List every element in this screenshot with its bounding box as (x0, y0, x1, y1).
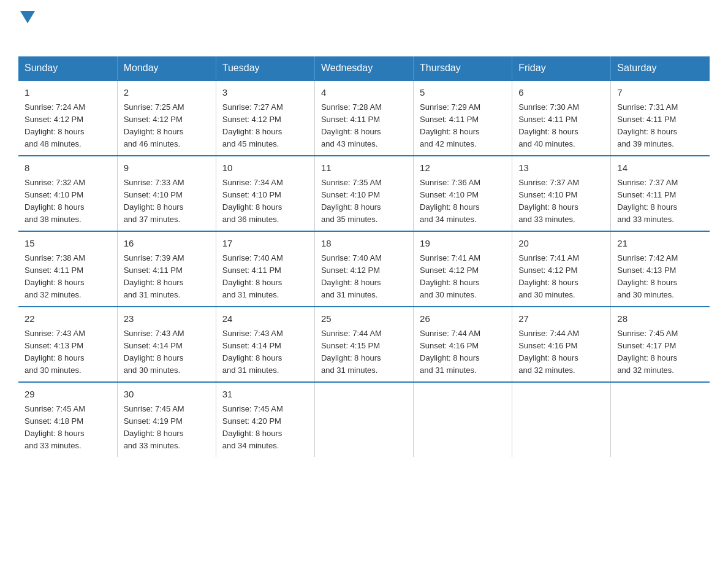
day-number: 28 (617, 312, 703, 326)
calendar-week-row: 22Sunrise: 7:43 AMSunset: 4:13 PMDayligh… (18, 307, 710, 382)
calendar-cell: 30Sunrise: 7:45 AMSunset: 4:19 PMDayligh… (117, 382, 216, 457)
day-info: Sunrise: 7:39 AMSunset: 4:11 PMDaylight:… (124, 252, 210, 302)
day-number: 26 (420, 312, 506, 326)
day-number: 16 (124, 237, 210, 251)
calendar-cell (414, 382, 512, 457)
day-info: Sunrise: 7:45 AMSunset: 4:17 PMDaylight:… (617, 327, 703, 377)
day-info: Sunrise: 7:37 AMSunset: 4:10 PMDaylight:… (518, 177, 604, 226)
day-info: Sunrise: 7:32 AMSunset: 4:10 PMDaylight:… (25, 177, 111, 226)
calendar-cell (314, 382, 413, 457)
column-header-wednesday: Wednesday (314, 56, 413, 80)
calendar-cell: 17Sunrise: 7:40 AMSunset: 4:11 PMDayligh… (216, 231, 314, 307)
day-number: 29 (25, 388, 111, 402)
day-info: Sunrise: 7:43 AMSunset: 4:13 PMDaylight:… (25, 327, 111, 377)
calendar-cell: 24Sunrise: 7:43 AMSunset: 4:14 PMDayligh… (216, 307, 314, 382)
day-number: 10 (222, 161, 308, 175)
calendar-cell: 16Sunrise: 7:39 AMSunset: 4:11 PMDayligh… (117, 231, 216, 307)
calendar-cell: 27Sunrise: 7:44 AMSunset: 4:16 PMDayligh… (512, 307, 611, 382)
logo-triangle-icon (20, 11, 35, 23)
day-number: 22 (25, 312, 111, 326)
calendar-cell: 4Sunrise: 7:28 AMSunset: 4:11 PMDaylight… (314, 80, 413, 156)
calendar-cell: 28Sunrise: 7:45 AMSunset: 4:17 PMDayligh… (611, 307, 710, 382)
day-number: 13 (518, 161, 604, 175)
calendar-cell: 8Sunrise: 7:32 AMSunset: 4:10 PMDaylight… (18, 156, 117, 231)
day-number: 11 (321, 161, 407, 175)
day-info: Sunrise: 7:44 AMSunset: 4:16 PMDaylight:… (420, 327, 506, 377)
calendar-cell: 22Sunrise: 7:43 AMSunset: 4:13 PMDayligh… (18, 307, 117, 382)
day-number: 6 (518, 86, 604, 100)
day-number: 15 (25, 237, 111, 251)
calendar-table: SundayMondayTuesdayWednesdayThursdayFrid… (18, 56, 710, 457)
calendar-cell: 13Sunrise: 7:37 AMSunset: 4:10 PMDayligh… (512, 156, 611, 231)
calendar-cell: 18Sunrise: 7:40 AMSunset: 4:12 PMDayligh… (314, 231, 413, 307)
day-number: 19 (420, 237, 506, 251)
calendar-cell: 29Sunrise: 7:45 AMSunset: 4:18 PMDayligh… (18, 382, 117, 457)
day-info: Sunrise: 7:36 AMSunset: 4:10 PMDaylight:… (420, 177, 506, 226)
calendar-cell: 26Sunrise: 7:44 AMSunset: 4:16 PMDayligh… (414, 307, 512, 382)
day-info: Sunrise: 7:41 AMSunset: 4:12 PMDaylight:… (420, 252, 506, 302)
day-number: 30 (124, 388, 210, 402)
calendar-cell: 10Sunrise: 7:34 AMSunset: 4:10 PMDayligh… (216, 156, 314, 231)
day-number: 2 (124, 86, 210, 100)
day-number: 5 (420, 86, 506, 100)
day-info: Sunrise: 7:43 AMSunset: 4:14 PMDaylight:… (124, 327, 210, 377)
day-number: 3 (222, 86, 308, 100)
day-number: 23 (124, 312, 210, 326)
day-number: 27 (518, 312, 604, 326)
day-info: Sunrise: 7:45 AMSunset: 4:18 PMDaylight:… (25, 403, 111, 453)
day-info: Sunrise: 7:37 AMSunset: 4:11 PMDaylight:… (617, 177, 703, 226)
calendar-cell: 20Sunrise: 7:41 AMSunset: 4:12 PMDayligh… (512, 231, 611, 307)
day-number: 24 (222, 312, 308, 326)
calendar-cell: 2Sunrise: 7:25 AMSunset: 4:12 PMDaylight… (117, 80, 216, 156)
calendar-cell: 3Sunrise: 7:27 AMSunset: 4:12 PMDaylight… (216, 80, 314, 156)
day-info: Sunrise: 7:44 AMSunset: 4:16 PMDaylight:… (518, 327, 604, 377)
day-info: Sunrise: 7:29 AMSunset: 4:11 PMDaylight:… (420, 101, 506, 151)
day-number: 1 (25, 86, 111, 100)
day-number: 31 (222, 388, 308, 402)
day-number: 7 (617, 86, 703, 100)
day-number: 18 (321, 237, 407, 251)
day-number: 21 (617, 237, 703, 251)
day-number: 8 (25, 161, 111, 175)
calendar-week-row: 29Sunrise: 7:45 AMSunset: 4:18 PMDayligh… (18, 382, 710, 457)
calendar-cell: 25Sunrise: 7:44 AMSunset: 4:15 PMDayligh… (314, 307, 413, 382)
logo (18, 12, 35, 44)
day-info: Sunrise: 7:40 AMSunset: 4:12 PMDaylight:… (321, 252, 407, 302)
calendar-cell (512, 382, 611, 457)
calendar-cell: 11Sunrise: 7:35 AMSunset: 4:10 PMDayligh… (314, 156, 413, 231)
page-header (18, 12, 710, 44)
calendar-week-row: 8Sunrise: 7:32 AMSunset: 4:10 PMDaylight… (18, 156, 710, 231)
day-info: Sunrise: 7:40 AMSunset: 4:11 PMDaylight:… (222, 252, 308, 302)
day-info: Sunrise: 7:38 AMSunset: 4:11 PMDaylight:… (25, 252, 111, 302)
day-info: Sunrise: 7:35 AMSunset: 4:10 PMDaylight:… (321, 177, 407, 226)
calendar-cell: 31Sunrise: 7:45 AMSunset: 4:20 PMDayligh… (216, 382, 314, 457)
calendar-header-row: SundayMondayTuesdayWednesdayThursdayFrid… (18, 56, 710, 80)
day-info: Sunrise: 7:45 AMSunset: 4:20 PMDaylight:… (222, 403, 308, 453)
day-info: Sunrise: 7:28 AMSunset: 4:11 PMDaylight:… (321, 101, 407, 151)
calendar-cell: 14Sunrise: 7:37 AMSunset: 4:11 PMDayligh… (611, 156, 710, 231)
calendar-cell: 9Sunrise: 7:33 AMSunset: 4:10 PMDaylight… (117, 156, 216, 231)
column-header-thursday: Thursday (414, 56, 512, 80)
column-header-saturday: Saturday (611, 56, 710, 80)
day-number: 25 (321, 312, 407, 326)
day-number: 17 (222, 237, 308, 251)
calendar-cell: 1Sunrise: 7:24 AMSunset: 4:12 PMDaylight… (18, 80, 117, 156)
calendar-cell: 5Sunrise: 7:29 AMSunset: 4:11 PMDaylight… (414, 80, 512, 156)
day-info: Sunrise: 7:43 AMSunset: 4:14 PMDaylight:… (222, 327, 308, 377)
calendar-week-row: 1Sunrise: 7:24 AMSunset: 4:12 PMDaylight… (18, 80, 710, 156)
day-number: 4 (321, 86, 407, 100)
calendar-cell: 23Sunrise: 7:43 AMSunset: 4:14 PMDayligh… (117, 307, 216, 382)
day-info: Sunrise: 7:34 AMSunset: 4:10 PMDaylight:… (222, 177, 308, 226)
day-number: 12 (420, 161, 506, 175)
day-number: 14 (617, 161, 703, 175)
column-header-friday: Friday (512, 56, 611, 80)
calendar-cell: 12Sunrise: 7:36 AMSunset: 4:10 PMDayligh… (414, 156, 512, 231)
column-header-sunday: Sunday (18, 56, 117, 80)
calendar-week-row: 15Sunrise: 7:38 AMSunset: 4:11 PMDayligh… (18, 231, 710, 307)
calendar-cell: 6Sunrise: 7:30 AMSunset: 4:11 PMDaylight… (512, 80, 611, 156)
calendar-cell: 19Sunrise: 7:41 AMSunset: 4:12 PMDayligh… (414, 231, 512, 307)
calendar-cell: 7Sunrise: 7:31 AMSunset: 4:11 PMDaylight… (611, 80, 710, 156)
day-info: Sunrise: 7:41 AMSunset: 4:12 PMDaylight:… (518, 252, 604, 302)
day-info: Sunrise: 7:45 AMSunset: 4:19 PMDaylight:… (124, 403, 210, 453)
day-number: 9 (124, 161, 210, 175)
